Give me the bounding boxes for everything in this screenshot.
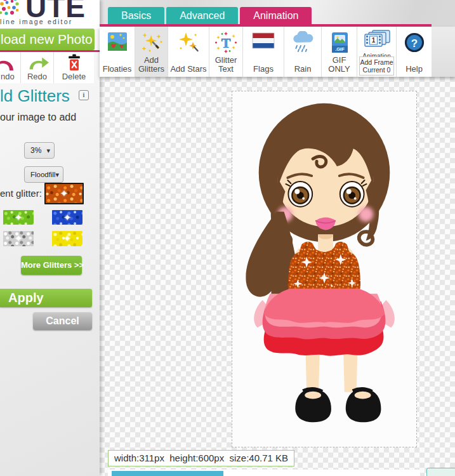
- sparkle-icon: ✦: [60, 188, 69, 199]
- logo-mosaic-icon: [0, 0, 24, 19]
- redo-label: Redo: [21, 72, 53, 81]
- chevron-down-icon: ▾: [55, 171, 63, 179]
- rain-cloud-icon: [290, 31, 315, 55]
- gif-file-icon: .GIF: [329, 31, 350, 56]
- tab-basics[interactable]: Basics: [108, 7, 164, 24]
- toolbar-item-gif-only[interactable]: .GIF GIF ONLY: [322, 27, 357, 77]
- info-icon[interactable]: i: [79, 90, 89, 100]
- toolbar-label: Floaties: [100, 65, 135, 74]
- history-buttons: ndo Redo Delete: [0, 52, 94, 83]
- undo-button[interactable]: ndo: [0, 52, 21, 83]
- bottom-accent-bar: [112, 471, 223, 476]
- redo-arrow-icon: [27, 55, 49, 71]
- panel-title: ld Glitters: [0, 86, 70, 106]
- brand-tagline: line image editor: [0, 18, 72, 25]
- sidebar: UTE line image editor load new Photo ndo…: [0, 0, 100, 476]
- sparkle-icon: ✦: [63, 233, 72, 244]
- glitter-swatch-blue[interactable]: ✦: [52, 210, 82, 225]
- film-frames-icon: 1: [362, 29, 392, 52]
- delete-button[interactable]: Delete: [54, 52, 94, 83]
- glitter-text-letter: T: [221, 35, 231, 51]
- animation-toolbar: Floaties: [100, 27, 432, 77]
- glitter-text-icon: T: [214, 31, 237, 56]
- current-glitter-label: ent glitter:: [0, 188, 42, 199]
- apply-button[interactable]: Apply: [0, 289, 92, 307]
- toolbar-item-glitter-text[interactable]: T Glitter Text: [209, 27, 243, 77]
- editor-tabs: Basics Advanced Animation: [108, 7, 312, 24]
- toolbar-item-floaties[interactable]: Floaties: [100, 27, 135, 77]
- logo: UTE line image editor: [0, 0, 100, 29]
- image-editor-app: Basics Advanced Animation F: [0, 0, 455, 476]
- toolbar-item-rain[interactable]: Rain: [284, 27, 322, 77]
- glitter-size-value: 3%: [25, 146, 46, 155]
- add-frame-button[interactable]: Add Frame Current 0: [359, 56, 394, 76]
- glitter-swatch-yellow[interactable]: ✦: [52, 231, 82, 246]
- toolbar-label: GIF ONLY: [322, 56, 357, 74]
- chevron-down-icon: ▾: [46, 147, 54, 155]
- image-status-text: width:311px height:600px size:40.71 KB: [108, 450, 294, 466]
- fill-mode-value: Floodfill a: [25, 171, 55, 178]
- toolbar-row: Floaties: [100, 27, 455, 77]
- toolbar-label: Add Glitters: [135, 56, 168, 74]
- toolbar-label: Glitter Text: [209, 56, 242, 74]
- undo-arrow-icon: [0, 55, 16, 72]
- sparkle-icon: ✦: [15, 212, 23, 223]
- add-frame-line2: Current 0: [363, 66, 391, 74]
- frame-number: 1: [371, 37, 375, 44]
- toolbar-item-help[interactable]: ? Help: [397, 27, 432, 77]
- flag-icon: [251, 31, 275, 53]
- photo-being-edited[interactable]: [232, 91, 417, 447]
- trash-icon: [67, 54, 82, 72]
- toolbar-item-animation[interactable]: 1 Animation Add Frame Current 0: [357, 27, 397, 77]
- glitter-swatch-orange[interactable]: ✦: [44, 183, 84, 204]
- cancel-button[interactable]: Cancel: [33, 312, 92, 330]
- redo-button[interactable]: Redo: [21, 52, 54, 83]
- toolbar-label: Help: [397, 65, 432, 74]
- add-frame-line1: Add Frame: [360, 58, 393, 66]
- bottom-panel: [108, 470, 420, 476]
- wand-sparkles-icon: [140, 31, 163, 55]
- gif-file-label: .GIF: [335, 46, 345, 52]
- more-glitters-button[interactable]: More Glitters >>: [21, 256, 82, 275]
- help-icon: ?: [403, 31, 426, 56]
- glitter-swatch-silver[interactable]: ✦: [3, 231, 34, 246]
- glitter-size-select[interactable]: 3% ▾: [24, 142, 55, 159]
- toolbar-item-add-stars[interactable]: Add Stars: [168, 27, 209, 77]
- delete-label: Delete: [54, 72, 94, 81]
- help-question-mark: ?: [411, 37, 417, 50]
- sparkle-icon: ✦: [15, 233, 23, 244]
- toolbar-item-flags[interactable]: Flags: [243, 27, 284, 77]
- bottom-right-box: [426, 468, 455, 476]
- undo-label: ndo: [0, 72, 21, 81]
- floaties-icon: [106, 31, 129, 55]
- girl-clipart: [232, 91, 416, 447]
- tab-animation[interactable]: Animation: [240, 7, 312, 24]
- toolbar-item-add-glitters[interactable]: Add Glitters: [135, 27, 168, 77]
- toolbar-label: Rain: [284, 65, 321, 74]
- upload-new-photo-button[interactable]: load new Photo: [0, 29, 95, 50]
- toolbar-label: Add Stars: [168, 65, 209, 74]
- toolbar-label: Flags: [243, 65, 284, 74]
- glitter-swatch-green[interactable]: ✦: [3, 210, 34, 225]
- sparkle-icon: ✦: [63, 212, 72, 223]
- stars-wand-icon: [177, 31, 200, 55]
- fill-mode-select[interactable]: Floodfill a ▾: [24, 166, 63, 183]
- tab-advanced[interactable]: Advanced: [166, 7, 238, 24]
- instruction-text: our image to add: [0, 112, 76, 123]
